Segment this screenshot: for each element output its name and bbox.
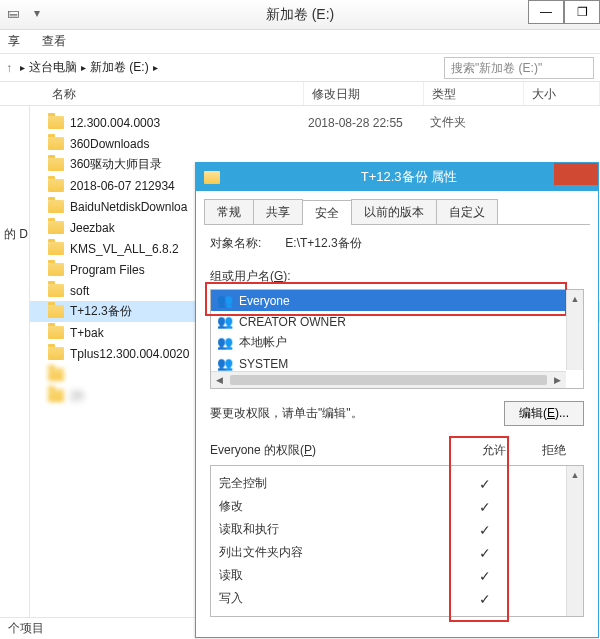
permission-name: 完全控制 xyxy=(219,475,455,492)
permission-row: 读取和执行✓ xyxy=(219,518,575,541)
group-label: 组或用户名(G): xyxy=(210,268,584,285)
col-type[interactable]: 类型 xyxy=(424,82,524,105)
folder-icon xyxy=(48,389,64,402)
folder-icon xyxy=(48,326,64,339)
group-name: SYSTEM xyxy=(239,357,288,371)
tab-security[interactable]: 安全 xyxy=(302,200,352,225)
group-name: Everyone xyxy=(239,294,290,308)
file-name: T+bak xyxy=(70,326,104,340)
allow-cell: ✓ xyxy=(455,499,515,515)
folder-icon xyxy=(48,368,64,381)
dialog-tabs: 常规 共享 安全 以前的版本 自定义 xyxy=(204,199,590,225)
user-group-icon: 👥 xyxy=(217,293,233,309)
chevron-icon: ▸ xyxy=(153,62,158,73)
file-name: 2018-06-07 212934 xyxy=(70,179,175,193)
permission-name: 写入 xyxy=(219,590,455,607)
group-item[interactable]: 👥本地帐户 xyxy=(211,332,583,353)
permission-row: 完全控制✓ xyxy=(219,472,575,495)
scroll-left-icon[interactable]: ◀ xyxy=(211,375,228,385)
scrollbar-horizontal[interactable]: ◀ ▶ xyxy=(211,371,566,388)
folder-icon xyxy=(48,305,64,318)
file-date: 2018-08-28 22:55 xyxy=(308,116,403,130)
status-text: 个项目 xyxy=(8,620,44,637)
minimize-button[interactable]: — xyxy=(528,0,564,24)
properties-dialog: T+12.3备份 属性 常规 共享 安全 以前的版本 自定义 对象名称: E:\… xyxy=(195,162,599,638)
file-name: BaiduNetdiskDownloa xyxy=(70,200,187,214)
group-item[interactable]: 👥Everyone xyxy=(211,290,583,311)
folder-icon xyxy=(204,171,220,184)
file-row[interactable]: 12.300.004.00032018-08-28 22:55文件夹 xyxy=(30,112,600,133)
file-name: Jeezbak xyxy=(70,221,115,235)
column-headers: 名称 修改日期 类型 大小 xyxy=(0,82,600,106)
tab-share[interactable]: 共享 xyxy=(253,199,303,224)
folder-icon xyxy=(48,158,64,171)
ribbon: 享 查看 xyxy=(0,30,600,54)
allow-header: 允许 xyxy=(464,442,524,459)
tab-previous[interactable]: 以前的版本 xyxy=(351,199,437,224)
crumb-drive[interactable]: 新加卷 (E:) xyxy=(90,59,149,76)
col-size[interactable]: 大小 xyxy=(524,82,600,105)
object-label: 对象名称: xyxy=(210,235,261,252)
allow-cell: ✓ xyxy=(455,568,515,584)
folder-icon xyxy=(48,242,64,255)
dialog-title: T+12.3备份 属性 xyxy=(228,168,590,186)
allow-cell: ✓ xyxy=(455,591,515,607)
file-name: Program Files xyxy=(70,263,145,277)
folder-icon xyxy=(48,137,64,150)
folder-icon xyxy=(48,221,64,234)
ribbon-share[interactable]: 享 xyxy=(8,33,20,50)
address-bar: ↑ ▸ 这台电脑 ▸ 新加卷 (E:) ▸ 搜索"新加卷 (E:)" xyxy=(0,54,600,82)
file-name: KMS_VL_ALL_6.8.2 xyxy=(70,242,179,256)
edit-hint: 要更改权限，请单击"编辑"。 xyxy=(210,405,492,422)
permission-name: 修改 xyxy=(219,498,455,515)
maximize-button[interactable]: ❐ xyxy=(564,0,600,24)
file-name: 12.300.004.0003 xyxy=(70,116,160,130)
scroll-thumb[interactable] xyxy=(230,375,547,385)
scroll-up-icon[interactable]: ▲ xyxy=(567,290,583,307)
user-group-icon: 👥 xyxy=(217,356,233,372)
allow-cell: ✓ xyxy=(455,522,515,538)
edit-button[interactable]: 编辑(E)... xyxy=(504,401,584,426)
explorer-titlebar: 🖴 ▾ 新加卷 (E:) — ❐ xyxy=(0,0,600,30)
group-listbox[interactable]: 👥Everyone👥CREATOR OWNER👥本地帐户👥SYSTEM ▲ ◀ … xyxy=(210,289,584,389)
group-name: CREATOR OWNER xyxy=(239,315,346,329)
permission-row: 读取✓ xyxy=(219,564,575,587)
nav-tree[interactable]: 的 D xyxy=(0,106,30,617)
deny-header: 拒绝 xyxy=(524,442,584,459)
folder-icon xyxy=(48,263,64,276)
scroll-up-icon[interactable]: ▲ xyxy=(567,466,583,483)
allow-cell: ✓ xyxy=(455,476,515,492)
col-name[interactable]: 名称 xyxy=(44,82,304,105)
allow-cell: ✓ xyxy=(455,545,515,561)
file-row[interactable]: 360Downloads xyxy=(30,133,600,154)
dropdown-icon[interactable]: ▾ xyxy=(28,4,46,22)
window-title: 新加卷 (E:) xyxy=(266,6,334,24)
folder-icon xyxy=(48,284,64,297)
tab-general[interactable]: 常规 xyxy=(204,199,254,224)
permission-name: 列出文件夹内容 xyxy=(219,544,455,561)
col-date[interactable]: 修改日期 xyxy=(304,82,424,105)
breadcrumb[interactable]: ▸ 这台电脑 ▸ 新加卷 (E:) ▸ xyxy=(20,59,436,76)
group-name: 本地帐户 xyxy=(239,334,287,351)
object-value: E:\T+12.3备份 xyxy=(285,235,361,252)
scroll-right-icon[interactable]: ▶ xyxy=(549,375,566,385)
scrollbar-vertical[interactable]: ▲ xyxy=(566,290,583,370)
permissions-header: Everyone 的权限(P) 允许 拒绝 xyxy=(210,442,584,459)
group-item[interactable]: 👥CREATOR OWNER xyxy=(211,311,583,332)
ribbon-view[interactable]: 查看 xyxy=(42,33,66,50)
scrollbar-vertical[interactable]: ▲ xyxy=(566,466,583,616)
permissions-listbox[interactable]: 完全控制✓修改✓读取和执行✓列出文件夹内容✓读取✓写入✓ ▲ xyxy=(210,465,584,617)
search-input[interactable]: 搜索"新加卷 (E:)" xyxy=(444,57,594,79)
folder-icon xyxy=(48,347,64,360)
permission-row: 列出文件夹内容✓ xyxy=(219,541,575,564)
tab-custom[interactable]: 自定义 xyxy=(436,199,498,224)
nav-up-icon[interactable]: ↑ xyxy=(6,61,12,75)
close-button[interactable] xyxy=(554,163,598,185)
crumb-pc[interactable]: 这台电脑 xyxy=(29,59,77,76)
file-name: Tplus12.300.004.0020 xyxy=(70,347,189,361)
nav-item[interactable]: 的 D xyxy=(4,226,29,243)
file-name: T+12.3备份 xyxy=(70,303,132,320)
chevron-icon: ▸ xyxy=(20,62,25,73)
dialog-titlebar[interactable]: T+12.3备份 属性 xyxy=(196,163,598,191)
folder-icon xyxy=(48,116,64,129)
